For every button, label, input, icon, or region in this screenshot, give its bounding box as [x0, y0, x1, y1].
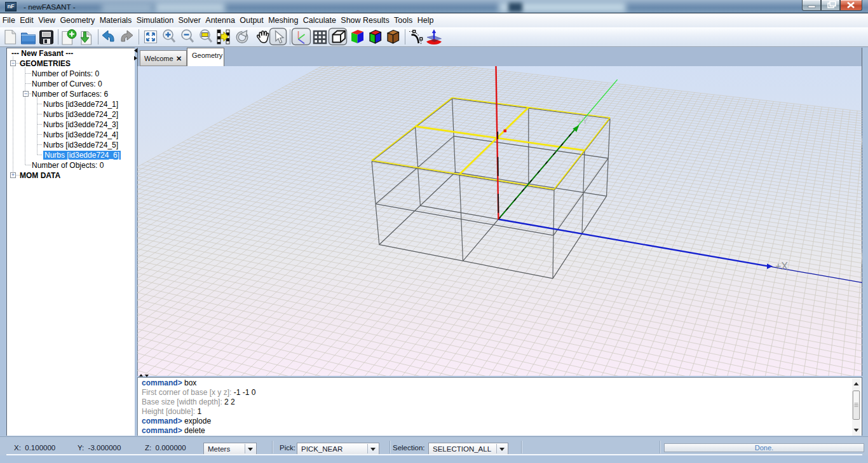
svg-text:+Y: +Y [576, 115, 588, 126]
svg-text:+X: +X [775, 261, 788, 272]
